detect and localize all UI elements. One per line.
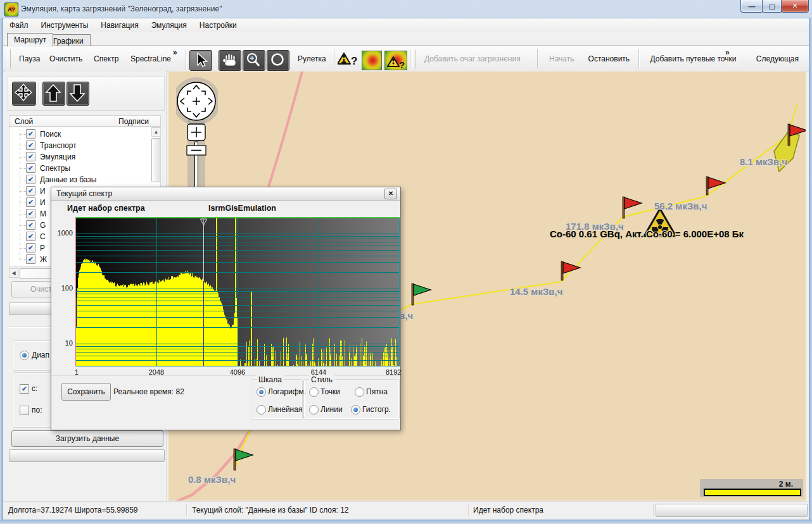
y-axis-tick: 1000 — [54, 229, 73, 237]
range-radio[interactable] — [20, 351, 29, 360]
map-flag-red — [706, 177, 725, 195]
layer-row-Эмуляция[interactable]: Эмуляция — [10, 151, 160, 163]
toolbar-separator — [410, 49, 411, 68]
tree-connector — [20, 259, 26, 260]
style-lines-label: Линии — [320, 405, 343, 414]
hand-icon — [219, 51, 239, 69]
zoom-tool-button[interactable] — [243, 50, 265, 71]
dialog-title-bar[interactable]: Текущий спектр ✕ — [51, 187, 400, 201]
style-spots-radio[interactable] — [355, 387, 364, 397]
layer-checkbox[interactable] — [26, 129, 35, 139]
arrow-down-icon — [67, 82, 87, 104]
menu-item-Инструменты[interactable]: Инструменты — [35, 20, 95, 31]
layer-checkbox[interactable] — [26, 175, 35, 184]
toolbar-separator — [334, 49, 335, 68]
status-divider — [653, 504, 654, 516]
load-data-button[interactable]: Загрузить данные — [11, 430, 163, 447]
toolbar: » ПаузаОчиститьСпектрSpectraLine — [3, 46, 809, 72]
layer-row-Поиск[interactable]: Поиск — [10, 128, 160, 140]
style-lines-radio[interactable] — [309, 405, 319, 415]
toolbar-grip[interactable] — [412, 49, 416, 68]
toolbar-button-Следующая точка[interactable]: Следующая точка — [751, 51, 809, 67]
x-axis-tick: 2048 — [149, 368, 164, 376]
close-button[interactable]: ✕ — [781, 0, 809, 13]
map-scale-label: 2 м. — [779, 480, 793, 489]
toolbar-button-SpectraLine[interactable]: SpectraLine — [125, 51, 177, 67]
contamination-source-label: Со-60 0.61 GBq, Акт. Со-60 = 6.000Е+08 Б… — [550, 228, 744, 239]
toolbar-button-Начать[interactable]: Начать — [543, 51, 580, 67]
toolbar-grip[interactable] — [8, 49, 11, 68]
range-radio-label: Диап — [32, 351, 49, 359]
layer-checkbox[interactable] — [26, 163, 35, 173]
tree-connector — [20, 214, 26, 215]
style-points-radio[interactable] — [309, 387, 319, 397]
road-line — [168, 428, 251, 501]
maximize-button[interactable]: ▢ — [762, 0, 782, 13]
layer-checkbox[interactable] — [26, 140, 35, 150]
heatmap-radiation-query-icon: ? — [385, 51, 407, 70]
dialog-close-button[interactable]: ✕ — [384, 189, 397, 199]
status-layer-info: Текущий слой: "Данные из базы" ID слоя: … — [192, 506, 349, 515]
x-axis-tick: 1 — [75, 368, 79, 376]
layer-label: Р — [40, 244, 45, 253]
tree-scroll-up[interactable]: ▲ — [151, 127, 161, 137]
layer-row-Транспорт[interactable]: Транспорт — [10, 140, 160, 151]
layer-checkbox[interactable] — [26, 220, 35, 230]
layer-checkbox[interactable] — [26, 232, 35, 241]
layer-label: Эмуляция — [40, 153, 75, 161]
scale-log-radio[interactable] — [257, 387, 266, 397]
style-points-label: Точки — [320, 387, 340, 396]
menu-item-Настройки[interactable]: Настройки — [193, 20, 243, 31]
menu-item-Навигация[interactable]: Навигация — [94, 20, 144, 31]
layer-checkbox[interactable] — [26, 209, 35, 218]
toolbar-button-Спектр[interactable]: Спектр — [88, 51, 124, 67]
tree-scroll-thumb[interactable] — [151, 138, 161, 182]
cursor-tool-button[interactable] — [189, 50, 212, 71]
tree-connector — [20, 157, 26, 158]
window-border-bottom — [0, 520, 812, 524]
move-layer-button[interactable] — [12, 82, 36, 106]
column-labels: Подписи — [118, 117, 149, 126]
toolbar-button-Остановить[interactable]: Остановить — [583, 51, 636, 67]
to-checkbox[interactable] — [20, 406, 29, 415]
toolbar-button-Добавить очаг загрязнения[interactable]: Добавить очаг загрязнения — [419, 51, 526, 67]
layer-down-button[interactable] — [67, 82, 89, 106]
layer-row-Спектры[interactable]: Спектры — [10, 163, 160, 174]
from-checkbox[interactable] — [20, 384, 29, 394]
tree-connector — [20, 225, 26, 226]
spectrum-chart — [75, 217, 400, 366]
scale-linear-radio[interactable] — [257, 405, 266, 415]
layer-checkbox[interactable] — [26, 254, 35, 264]
toolbar-overflow-chevron[interactable]: » — [725, 48, 730, 57]
tab-route[interactable]: Маршрут — [7, 33, 53, 47]
dialog-title: Текущий спектр — [56, 189, 112, 198]
dialog-controls: Сохранить Реальное время: 82 Шкала Логар… — [51, 375, 400, 430]
move-icon — [13, 82, 34, 104]
save-button[interactable]: Сохранить — [61, 383, 111, 401]
radiation-query-button[interactable]: ? — [338, 51, 358, 69]
ruler-button[interactable]: Рулетка — [292, 51, 332, 67]
style-histogram-radio[interactable] — [351, 405, 360, 415]
dialog-status-text: Идет набор спектра — [67, 204, 145, 213]
layer-row-Данные из базы[interactable]: Данные из базы — [10, 174, 160, 185]
layer-label: Ж — [40, 255, 47, 264]
circle-tool-button[interactable] — [267, 50, 289, 71]
layer-up-button[interactable] — [42, 82, 65, 106]
column-layer: Слой — [15, 117, 33, 126]
heatmap-radiation-query-button[interactable]: ? — [384, 51, 407, 70]
menu-item-Эмуляция[interactable]: Эмуляция — [145, 20, 193, 31]
style-group-title: Стиль — [309, 375, 334, 384]
layer-checkbox[interactable] — [26, 197, 35, 207]
layer-checkbox[interactable] — [26, 152, 35, 161]
layer-checkbox[interactable] — [26, 243, 35, 253]
tree-hscroll-left[interactable]: ◀ — [9, 268, 18, 278]
pan-tool-button[interactable] — [219, 50, 241, 71]
toolbar-button-Очистить[interactable]: Очистить — [44, 51, 88, 67]
layer-checkbox[interactable] — [26, 186, 35, 196]
minimize-button[interactable]: — — [740, 0, 763, 13]
menu-item-Файл[interactable]: Файл — [3, 20, 35, 31]
heatmap-button[interactable] — [362, 51, 382, 70]
app-window: А? Эмуляция, карта загрязнений "Зеленогр… — [0, 0, 812, 524]
toolbar-button-Пауза[interactable]: Пауза — [13, 51, 46, 67]
toolbar-separator — [537, 49, 538, 68]
